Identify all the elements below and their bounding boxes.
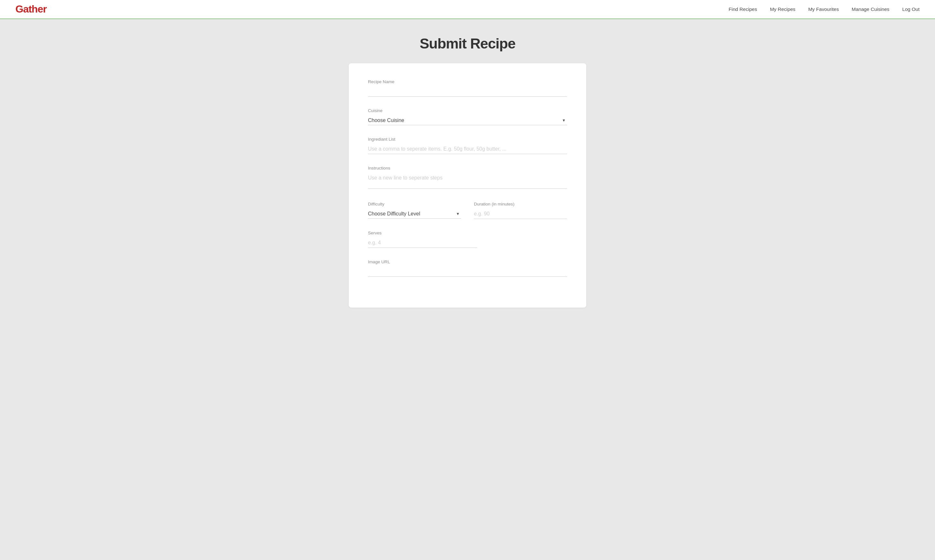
serves-input[interactable] — [368, 238, 477, 248]
difficulty-duration-row: Difficulty Choose Difficulty Level Easy … — [368, 202, 567, 219]
difficulty-group: Difficulty Choose Difficulty Level Easy … — [368, 202, 461, 219]
nav-links: Find Recipes My Recipes My Favourites Ma… — [729, 6, 920, 12]
recipe-name-group: Recipe Name — [368, 79, 567, 97]
image-url-label: Image URL — [368, 260, 567, 264]
difficulty-label: Difficulty — [368, 202, 461, 206]
difficulty-select-wrapper: Choose Difficulty Level Easy Medium Hard — [368, 209, 461, 218]
image-url-group: Image URL — [368, 260, 567, 277]
instructions-label: Instructions — [368, 166, 567, 171]
nav-my-favourites[interactable]: My Favourites — [808, 6, 839, 12]
cuisine-label: Cuisine — [368, 108, 567, 113]
page-content: Submit Recipe Recipe Name Cuisine Choose… — [0, 19, 935, 333]
difficulty-select[interactable]: Choose Difficulty Level Easy Medium Hard — [368, 209, 461, 218]
form-card: Recipe Name Cuisine Choose Cuisine Itali… — [349, 63, 586, 308]
instructions-input[interactable] — [368, 173, 567, 189]
recipe-name-input[interactable] — [368, 87, 567, 97]
ingredient-list-input[interactable] — [368, 144, 567, 154]
nav-find-recipes[interactable]: Find Recipes — [729, 6, 757, 12]
nav-my-recipes[interactable]: My Recipes — [770, 6, 795, 12]
serves-label: Serves — [368, 231, 477, 235]
cuisine-select[interactable]: Choose Cuisine Italian Chinese Indian Me… — [368, 115, 567, 125]
brand-logo[interactable]: Gather — [15, 3, 46, 15]
instructions-group: Instructions — [368, 166, 567, 190]
cuisine-group: Cuisine Choose Cuisine Italian Chinese I… — [368, 108, 567, 125]
ingredient-list-group: Ingrediant List — [368, 137, 567, 154]
nav-log-out[interactable]: Log Out — [902, 6, 920, 12]
navbar: Gather Find Recipes My Recipes My Favour… — [0, 0, 935, 19]
cuisine-select-wrapper: Choose Cuisine Italian Chinese Indian Me… — [368, 115, 567, 125]
duration-label: Duration (in minutes) — [474, 202, 567, 206]
recipe-name-label: Recipe Name — [368, 79, 567, 84]
image-url-input[interactable] — [368, 267, 567, 277]
duration-group: Duration (in minutes) — [474, 202, 567, 219]
ingredient-list-label: Ingrediant List — [368, 137, 567, 142]
serves-group: Serves — [368, 231, 477, 248]
duration-input[interactable] — [474, 209, 567, 219]
nav-manage-cuisines[interactable]: Manage Cuisines — [852, 6, 889, 12]
page-title: Submit Recipe — [420, 35, 515, 52]
